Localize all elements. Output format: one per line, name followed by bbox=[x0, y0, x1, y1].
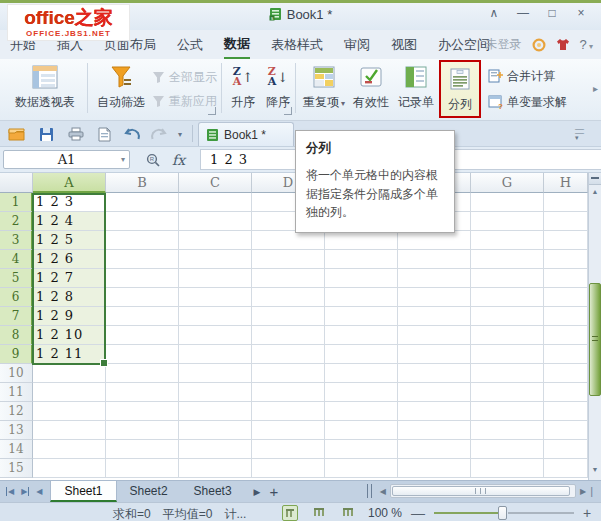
menu-tab-4[interactable]: 数据 bbox=[224, 30, 250, 59]
cell-H3[interactable] bbox=[544, 231, 588, 250]
sheet-tab-sheet3[interactable]: Sheet3 bbox=[181, 481, 245, 502]
redo-button[interactable] bbox=[148, 125, 168, 143]
horizontal-scroll-thumb[interactable] bbox=[392, 486, 570, 496]
cell-G6[interactable] bbox=[471, 288, 544, 307]
cell-B9[interactable] bbox=[106, 345, 179, 364]
cell-C13[interactable] bbox=[179, 421, 252, 440]
cell-A5[interactable]: 1 2 7 bbox=[33, 269, 106, 288]
cell-A11[interactable] bbox=[33, 383, 106, 402]
cell-E8[interactable] bbox=[325, 326, 398, 345]
cell-A2[interactable]: 1 2 4 bbox=[33, 212, 106, 231]
page-layout-view-button[interactable] bbox=[340, 505, 356, 521]
undo-dropdown-icon[interactable]: ▾ bbox=[174, 125, 186, 143]
consolidate-button[interactable]: 合并计算 bbox=[488, 66, 555, 86]
first-sheet-button[interactable]: ◀ bbox=[6, 487, 14, 496]
sheet-tab-sheet1[interactable]: Sheet1 bbox=[50, 481, 116, 502]
scroll-right-icon[interactable]: ▶ bbox=[580, 487, 586, 496]
record-form-button[interactable]: 记录单 bbox=[394, 61, 438, 117]
cell-F6[interactable] bbox=[398, 288, 471, 307]
cell-H15[interactable] bbox=[544, 459, 588, 478]
cell-H10[interactable] bbox=[544, 364, 588, 383]
help-button[interactable]: ? ▾ bbox=[580, 37, 593, 52]
cell-G11[interactable] bbox=[471, 383, 544, 402]
page-break-view-button[interactable] bbox=[311, 505, 327, 521]
row-header-5[interactable]: 5 bbox=[0, 269, 33, 288]
prev-sheet-button[interactable]: ◀ bbox=[36, 487, 42, 496]
cell-A3[interactable]: 1 2 5 bbox=[33, 231, 106, 250]
insert-function-button[interactable]: fx bbox=[172, 152, 185, 168]
goal-seek-button[interactable]: ? 单变量求解 bbox=[488, 92, 567, 112]
row-header-8[interactable]: 8 bbox=[0, 326, 33, 345]
search-icon[interactable]: R bbox=[146, 153, 160, 167]
cell-H13[interactable] bbox=[544, 421, 588, 440]
cell-A7[interactable]: 1 2 9 bbox=[33, 307, 106, 326]
row-header-4[interactable]: 4 bbox=[0, 250, 33, 269]
cell-G9[interactable] bbox=[471, 345, 544, 364]
cell-B6[interactable] bbox=[106, 288, 179, 307]
login-status[interactable]: 未登录 bbox=[486, 36, 522, 53]
cell-A8[interactable]: 1 2 10 bbox=[33, 326, 106, 345]
cell-A9[interactable]: 1 2 11 bbox=[33, 345, 106, 364]
row-header-12[interactable]: 12 bbox=[0, 402, 33, 421]
row-header-10[interactable]: 10 bbox=[0, 364, 33, 383]
duplicates-button[interactable]: 重复项 ▾ bbox=[300, 61, 348, 117]
cell-G3[interactable] bbox=[471, 231, 544, 250]
menu-tab-8[interactable]: 办公空间 bbox=[438, 31, 490, 58]
cell-C7[interactable] bbox=[179, 307, 252, 326]
cell-H1[interactable] bbox=[544, 193, 588, 212]
rollup-button[interactable]: ∧ bbox=[486, 6, 502, 20]
row-header-11[interactable]: 11 bbox=[0, 383, 33, 402]
zoom-slider-thumb[interactable] bbox=[498, 506, 507, 520]
wps-circle-icon[interactable] bbox=[532, 38, 546, 52]
vertical-scroll-thumb[interactable] bbox=[589, 283, 601, 396]
column-header-G[interactable]: G bbox=[471, 173, 544, 193]
cell-F9[interactable] bbox=[398, 345, 471, 364]
cell-H6[interactable] bbox=[544, 288, 588, 307]
zoom-out-button[interactable]: — bbox=[411, 506, 425, 520]
cell-A1[interactable]: 1 2 3 bbox=[33, 193, 106, 212]
autofilter-button[interactable]: 自动筛选 bbox=[92, 61, 150, 117]
cell-F12[interactable] bbox=[398, 402, 471, 421]
cell-C3[interactable] bbox=[179, 231, 252, 250]
sheet-tab-sheet2[interactable]: Sheet2 bbox=[117, 481, 181, 502]
menu-tab-6[interactable]: 审阅 bbox=[344, 31, 370, 58]
cell-G14[interactable] bbox=[471, 440, 544, 459]
cell-D12[interactable] bbox=[252, 402, 325, 421]
cell-H2[interactable] bbox=[544, 212, 588, 231]
cell-H11[interactable] bbox=[544, 383, 588, 402]
cell-G15[interactable] bbox=[471, 459, 544, 478]
cell-C5[interactable] bbox=[179, 269, 252, 288]
cell-E11[interactable] bbox=[325, 383, 398, 402]
normal-view-button[interactable] bbox=[282, 505, 298, 521]
cell-B13[interactable] bbox=[106, 421, 179, 440]
scroll-down-icon[interactable]: ▼ bbox=[589, 463, 601, 477]
cell-F5[interactable] bbox=[398, 269, 471, 288]
close-button[interactable]: × bbox=[573, 6, 589, 20]
scroll-left-icon[interactable]: ◀ bbox=[380, 487, 386, 496]
menu-tab-5[interactable]: 表格样式 bbox=[271, 31, 323, 58]
cell-F4[interactable] bbox=[398, 250, 471, 269]
cell-C2[interactable] bbox=[179, 212, 252, 231]
sort-group-dialog-launcher[interactable] bbox=[284, 107, 292, 115]
column-header-H[interactable]: H bbox=[544, 173, 588, 193]
cell-C1[interactable] bbox=[179, 193, 252, 212]
cell-B14[interactable] bbox=[106, 440, 179, 459]
cell-B5[interactable] bbox=[106, 269, 179, 288]
cell-C4[interactable] bbox=[179, 250, 252, 269]
cell-B11[interactable] bbox=[106, 383, 179, 402]
name-box[interactable]: A1 ▾ bbox=[3, 150, 130, 169]
split-columns-button[interactable]: 分列 bbox=[441, 63, 479, 119]
ribbon-scroll-right-button[interactable]: ▸ bbox=[593, 83, 598, 94]
cell-G8[interactable] bbox=[471, 326, 544, 345]
cell-E9[interactable] bbox=[325, 345, 398, 364]
cell-F13[interactable] bbox=[398, 421, 471, 440]
cell-D10[interactable] bbox=[252, 364, 325, 383]
cell-G12[interactable] bbox=[471, 402, 544, 421]
column-header-B[interactable]: B bbox=[106, 173, 179, 193]
cell-A6[interactable]: 1 2 8 bbox=[33, 288, 106, 307]
open-file-button[interactable] bbox=[6, 125, 26, 143]
cell-F3[interactable] bbox=[398, 231, 471, 250]
scroll-up-icon[interactable]: ▲ bbox=[589, 185, 601, 199]
cell-G10[interactable] bbox=[471, 364, 544, 383]
document-tab[interactable]: Book1 * bbox=[198, 122, 294, 146]
